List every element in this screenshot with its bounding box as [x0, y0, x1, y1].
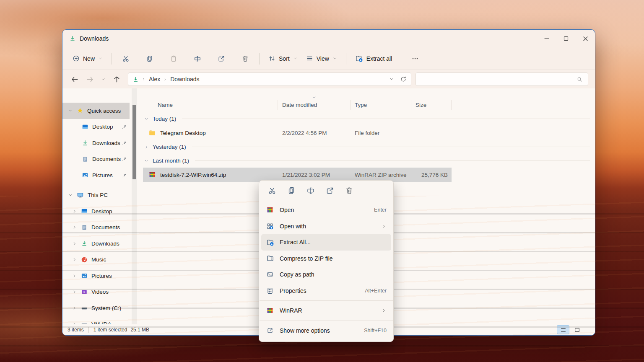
sidebar-item-pc-vm-drive[interactable]: VM (D:)	[62, 316, 130, 325]
sidebar-item-downloads[interactable]: Downloads	[62, 135, 130, 151]
search-box[interactable]	[415, 72, 588, 86]
chevron-right-icon[interactable]	[144, 145, 149, 150]
sidebar-item-pc-system-drive[interactable]: System (C:)	[62, 300, 130, 316]
menu-item-open-with[interactable]: Open with	[261, 218, 391, 235]
view-lines-icon	[306, 55, 313, 62]
sort-button[interactable]: Sort	[264, 51, 302, 66]
column-header-name[interactable]: Name	[143, 100, 278, 110]
group-divider-line	[182, 119, 590, 119]
view-button[interactable]: View	[302, 51, 341, 66]
rename-button[interactable]	[188, 51, 207, 66]
extract-all-button[interactable]: Extract all	[351, 51, 396, 66]
star-icon	[77, 107, 83, 114]
cut-button[interactable]	[117, 51, 135, 66]
copy-button[interactable]	[287, 186, 296, 195]
sidebar-item-label: This PC	[88, 192, 108, 198]
menu-item-open[interactable]: Open Enter	[261, 202, 391, 218]
copy-icon	[146, 55, 153, 62]
sidebar-scrollbar-thumb[interactable]	[132, 105, 136, 179]
share-icon	[326, 186, 334, 195]
delete-button[interactable]	[236, 51, 254, 66]
menu-item-compress-to-zip[interactable]: Compress to ZIP file	[261, 251, 391, 267]
file-name: Telegram Desktop	[160, 130, 206, 136]
chevron-right-icon	[163, 77, 167, 81]
column-header-type[interactable]: Type	[351, 100, 411, 110]
chevron-down-icon[interactable]	[389, 77, 394, 82]
sidebar-item-label: Desktop	[91, 208, 112, 215]
sidebar-item-this-pc[interactable]: This PC	[62, 187, 130, 204]
chevron-right-icon[interactable]	[72, 274, 78, 278]
chevron-down-icon[interactable]	[68, 193, 73, 198]
sidebar-item-pc-videos[interactable]: Videos	[62, 284, 130, 300]
new-button[interactable]: New	[68, 51, 107, 66]
view-toggles	[557, 325, 583, 334]
toolbar-divider	[346, 53, 346, 65]
extract-folder-icon	[266, 238, 274, 246]
extract-all-label: Extract all	[366, 55, 392, 62]
menu-item-winrar[interactable]: WinRAR	[261, 303, 391, 319]
menu-item-extract-all[interactable]: Extract All...	[261, 234, 391, 251]
forward-button[interactable]	[84, 73, 95, 85]
recent-locations-button[interactable]	[99, 73, 107, 85]
chevron-right-icon[interactable]	[72, 225, 78, 230]
sidebar-item-pc-music[interactable]: Music	[62, 252, 130, 268]
up-button[interactable]	[111, 73, 122, 85]
menu-item-label: Show more options	[280, 327, 330, 334]
maximize-button[interactable]	[556, 30, 576, 47]
share-button[interactable]	[326, 186, 334, 195]
refresh-icon[interactable]	[400, 76, 407, 83]
share-button[interactable]	[212, 51, 231, 66]
chevron-right-icon[interactable]	[72, 322, 78, 324]
sidebar-item-desktop[interactable]: Desktop	[62, 119, 130, 135]
delete-button[interactable]	[345, 186, 353, 195]
chevron-down-icon[interactable]	[144, 116, 149, 122]
rename-button[interactable]	[306, 186, 315, 195]
sidebar-item-pictures[interactable]: Pictures	[62, 167, 130, 184]
file-row-telegram-desktop[interactable]: Telegram Desktop 2/2/2022 4:56 PM File f…	[143, 126, 452, 140]
menu-separator	[260, 321, 393, 321]
window-title: Downloads	[80, 35, 109, 42]
more-options-button[interactable]	[406, 51, 424, 66]
sidebar-item-pc-documents[interactable]: Documents	[62, 220, 130, 236]
back-button[interactable]	[69, 73, 80, 85]
sidebar-item-quick-access[interactable]: Quick access	[62, 103, 130, 119]
close-button[interactable]	[576, 30, 595, 47]
view-button-label: View	[317, 55, 329, 62]
search-input[interactable]	[421, 76, 576, 83]
column-header-date-modified[interactable]: Date modified	[278, 100, 351, 110]
sidebar-item-pc-pictures[interactable]: Pictures	[62, 268, 130, 284]
menu-item-label: Properties	[280, 287, 306, 294]
copy-button[interactable]	[140, 51, 159, 66]
downloads-icon	[82, 140, 88, 146]
group-header-last-month[interactable]: Last month (1)	[143, 154, 591, 168]
group-header-yesterday[interactable]: Yesterday (1)	[143, 140, 591, 154]
sidebar-scrollbar[interactable]	[132, 88, 137, 324]
menu-item-show-more-options[interactable]: Show more options Shift+F10	[261, 323, 391, 339]
chevron-right-icon[interactable]	[72, 290, 78, 294]
sidebar-item-pc-desktop[interactable]: Desktop	[62, 203, 130, 220]
chevron-down-icon[interactable]	[144, 158, 149, 163]
cut-button[interactable]	[268, 186, 276, 195]
chevron-right-icon[interactable]	[72, 241, 78, 246]
chevron-right-icon[interactable]	[72, 257, 78, 262]
large-icons-view-button[interactable]	[571, 325, 583, 334]
menu-separator	[260, 300, 393, 301]
chevron-down-icon	[332, 56, 337, 61]
breadcrumb-item-downloads[interactable]: Downloads	[170, 76, 199, 83]
menu-item-properties[interactable]: Properties Alt+Enter	[261, 283, 391, 299]
minimize-button[interactable]	[537, 30, 556, 47]
paste-button[interactable]	[164, 51, 183, 66]
group-label: Yesterday (1)	[153, 144, 186, 150]
breadcrumb-item-user[interactable]: Alex	[149, 76, 160, 83]
chevron-right-icon[interactable]	[72, 306, 78, 310]
chevron-down-icon[interactable]	[68, 108, 73, 113]
chevron-right-icon[interactable]	[72, 209, 78, 214]
group-header-today[interactable]: Today (1)	[143, 112, 591, 126]
sidebar-item-documents[interactable]: Documents	[62, 151, 130, 168]
column-header-size[interactable]: Size	[411, 100, 452, 110]
file-row-testdisk-zip[interactable]: testdisk-7.2-WIP.win64.zip 1/21/2022 3:0…	[143, 168, 452, 182]
breadcrumb[interactable]: Alex Downloads	[128, 72, 411, 86]
details-view-button[interactable]	[557, 325, 569, 334]
menu-item-copy-as-path[interactable]: Copy as path	[261, 266, 391, 283]
sidebar-item-pc-downloads[interactable]: Downloads	[62, 235, 130, 252]
